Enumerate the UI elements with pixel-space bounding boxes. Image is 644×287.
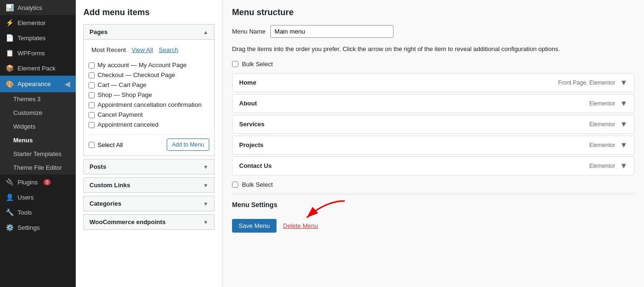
menu-item-contact-us: Contact Us Elementor ▼ — [232, 157, 635, 175]
sidebar-subitem-theme-file-editor[interactable]: Theme File Editor — [0, 161, 76, 174]
sidebar-subitem-customize[interactable]: Customize — [0, 106, 76, 120]
sidebar-item-analytics[interactable]: 📊 Analytics — [0, 0, 76, 15]
sidebar-subitem-widgets[interactable]: Widgets — [0, 120, 76, 133]
bulk-select-bottom-label: Bulk Select — [242, 181, 273, 188]
elementor-icon: ⚡ — [6, 19, 14, 26]
sidebar-item-appearance[interactable]: 🎨 Appearance ◀ — [0, 76, 76, 92]
sidebar: 📊 Analytics ⚡ Elementor 📄 Templates 📋 WP… — [0, 0, 76, 287]
list-item: Appointment canceled — [89, 120, 209, 130]
select-all-row: Select All Add to Menu — [89, 134, 209, 151]
tab-most-recent[interactable]: Most Recent — [89, 44, 129, 55]
pages-list: My account — My Account Page Checkout — … — [89, 60, 209, 130]
sidebar-item-settings[interactable]: ⚙️ Settings — [0, 220, 76, 235]
bulk-select-top-checkbox[interactable] — [232, 61, 238, 67]
bulk-select-bottom-checkbox[interactable] — [232, 182, 238, 188]
sidebar-item-users[interactable]: 👤 Users — [0, 190, 76, 205]
woocommerce-accordion: WooCommerce endpoints ▼ — [83, 214, 215, 230]
menu-structure-panel: Menu structure Menu Name Drag the items … — [223, 0, 644, 287]
tab-search[interactable]: Search — [156, 44, 181, 55]
list-item: Checkout — Checkout Page — [89, 70, 209, 80]
page-checkbox-4[interactable] — [89, 92, 95, 98]
posts-chevron-icon: ▼ — [203, 164, 208, 170]
bulk-select-top-row: Bulk Select — [232, 61, 635, 68]
page-checkbox-7[interactable] — [89, 122, 95, 128]
delete-menu-button[interactable]: Delete Menu — [283, 222, 318, 229]
menu-item-projects: Projects Elementor ▼ — [232, 136, 635, 155]
menu-settings-title: Menu Settings — [232, 201, 635, 209]
menu-item-services: Services Elementor ▼ — [232, 115, 635, 134]
custom-links-chevron-icon: ▼ — [203, 183, 208, 188]
custom-links-accordion-header[interactable]: Custom Links ▼ — [83, 177, 215, 193]
pages-accordion-body: Most Recent View All Search My account —… — [83, 40, 215, 156]
sidebar-item-element-pack[interactable]: 📦 Element Pack — [0, 61, 76, 76]
drag-instruction: Drag the items into the order you prefer… — [232, 44, 635, 54]
add-menu-title: Add menu items — [83, 8, 215, 17]
arrow-annotation: Delete Menu — [283, 222, 318, 229]
element-pack-icon: 📦 — [6, 64, 14, 72]
menu-name-row: Menu Name — [232, 25, 635, 38]
appearance-submenu: Themes 3 Customize Widgets Menus Starter… — [0, 92, 76, 174]
woocommerce-accordion-header[interactable]: WooCommerce endpoints ▼ — [83, 214, 215, 230]
page-checkbox-6[interactable] — [89, 112, 95, 118]
list-item: Cancel Payment — [89, 110, 209, 120]
add-to-menu-button[interactable]: Add to Menu — [167, 139, 209, 151]
list-item: My account — My Account Page — [89, 60, 209, 70]
bulk-select-bottom-row: Bulk Select — [232, 181, 635, 188]
select-all-label[interactable]: Select All — [89, 141, 123, 148]
page-checkbox-1[interactable] — [89, 62, 95, 69]
list-item: Appointment cancellation confirmation — [89, 100, 209, 110]
posts-accordion: Posts ▼ — [83, 159, 215, 174]
save-menu-button[interactable]: Save Menu — [232, 219, 277, 233]
wpforms-icon: 📋 — [6, 49, 14, 57]
sidebar-item-elementor[interactable]: ⚡ Elementor — [0, 15, 76, 30]
menu-name-input[interactable] — [270, 25, 394, 38]
tools-icon: 🔧 — [6, 209, 14, 216]
select-all-checkbox[interactable] — [89, 142, 95, 148]
sidebar-item-tools[interactable]: 🔧 Tools — [0, 205, 76, 220]
menu-items-list: Home Front Page, Elementor ▼ About Eleme… — [232, 73, 635, 175]
menu-item-about-arrow-icon[interactable]: ▼ — [620, 99, 627, 108]
menu-item-contact-arrow-icon[interactable]: ▼ — [620, 162, 627, 170]
list-item: Cart — Cart Page — [89, 80, 209, 90]
sidebar-subitem-starter-templates[interactable]: Starter Templates — [0, 147, 76, 161]
bulk-select-top-label: Bulk Select — [242, 61, 273, 68]
templates-icon: 📄 — [6, 34, 14, 42]
sidebar-item-plugins[interactable]: 🔌 Plugins 8 — [0, 174, 76, 190]
sidebar-subitem-menus[interactable]: Menus — [0, 133, 76, 147]
bottom-actions: Save Menu Delete Menu — [232, 214, 635, 233]
pages-tab-bar: Most Recent View All Search — [89, 44, 209, 55]
main-content: Add menu items Pages ▲ Most Recent View … — [76, 0, 644, 287]
appearance-icon: 🎨 — [6, 80, 14, 88]
pages-accordion-header[interactable]: Pages ▲ — [83, 24, 215, 40]
menu-item-about: About Elementor ▼ — [232, 94, 635, 113]
list-item: Shop — Shop Page — [89, 90, 209, 100]
page-checkbox-2[interactable] — [89, 72, 95, 78]
categories-accordion: Categories ▼ — [83, 196, 215, 211]
sidebar-subitem-themes[interactable]: Themes 3 — [0, 92, 76, 106]
add-menu-panel: Add menu items Pages ▲ Most Recent View … — [76, 0, 223, 287]
menu-item-home: Home Front Page, Elementor ▼ — [232, 73, 635, 92]
analytics-icon: 📊 — [6, 4, 14, 11]
menu-settings-section: Menu Settings Save Menu Delete Menu — [232, 194, 635, 233]
categories-accordion-header[interactable]: Categories ▼ — [83, 196, 215, 211]
menu-item-services-arrow-icon[interactable]: ▼ — [620, 120, 627, 129]
settings-icon: ⚙️ — [6, 224, 14, 231]
red-arrow-icon — [297, 196, 354, 225]
custom-links-accordion: Custom Links ▼ — [83, 177, 215, 193]
pages-chevron-up-icon: ▲ — [203, 29, 208, 35]
sidebar-item-wpforms[interactable]: 📋 WPForms — [0, 45, 76, 61]
menu-item-home-arrow-icon[interactable]: ▼ — [620, 78, 627, 87]
menu-name-label: Menu Name — [232, 28, 266, 35]
collapse-arrow-icon: ◀ — [64, 79, 70, 88]
woocommerce-chevron-icon: ▼ — [203, 219, 208, 225]
users-icon: 👤 — [6, 193, 14, 201]
tab-view-all[interactable]: View All — [129, 44, 156, 55]
sidebar-item-templates[interactable]: 📄 Templates — [0, 30, 76, 45]
plugins-icon: 🔌 — [6, 178, 14, 186]
menu-structure-title: Menu structure — [232, 8, 635, 17]
pages-accordion: Pages ▲ Most Recent View All Search My a… — [83, 24, 215, 156]
posts-accordion-header[interactable]: Posts ▼ — [83, 159, 215, 174]
page-checkbox-3[interactable] — [89, 82, 95, 88]
menu-item-projects-arrow-icon[interactable]: ▼ — [620, 141, 627, 149]
page-checkbox-5[interactable] — [89, 102, 95, 108]
